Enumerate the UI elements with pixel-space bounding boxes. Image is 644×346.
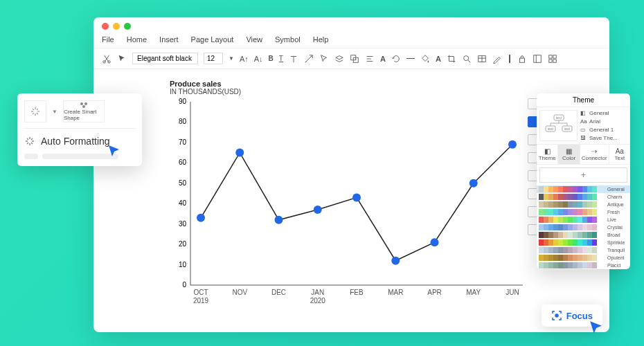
menu-help[interactable]: Help — [313, 35, 329, 44]
svg-point-26 — [275, 216, 283, 224]
svg-text:20: 20 — [179, 240, 187, 248]
tab-connector[interactable]: ⇢Connector — [580, 145, 609, 164]
text-color[interactable]: A — [380, 55, 386, 63]
svg-point-29 — [391, 257, 400, 265]
search-icon[interactable] — [462, 54, 472, 64]
fill-icon[interactable] — [420, 54, 430, 64]
table-icon[interactable] — [477, 54, 487, 64]
palette-opulent[interactable]: Opulent — [537, 254, 630, 262]
theme-panel-title: Theme — [537, 93, 630, 107]
svg-text:60: 60 — [179, 158, 187, 166]
create-smart-label: Create Smart Shape — [64, 109, 104, 121]
arrow-icon[interactable] — [304, 54, 314, 64]
pointer-icon[interactable] — [117, 54, 127, 64]
tab-color[interactable]: ▦Color — [558, 145, 580, 164]
theme-thumbnail: texttexttext — [539, 110, 578, 141]
svg-rect-9 — [553, 55, 556, 57]
grid-icon[interactable] — [548, 54, 557, 64]
tab-theme[interactable]: ◧Theme — [537, 145, 558, 164]
svg-text:text: text — [564, 127, 570, 131]
tab-text[interactable]: AaText — [609, 145, 630, 164]
palette-sprinkle[interactable]: Sprinkle — [537, 239, 630, 246]
palette-charm[interactable]: Charm — [537, 193, 630, 201]
crop-icon[interactable] — [447, 54, 456, 64]
rotate-icon[interactable] — [391, 54, 401, 64]
palette-fresh[interactable]: Fresh — [537, 208, 630, 216]
preview-item[interactable]: ◧General — [580, 110, 627, 116]
spark-icon-box[interactable] — [24, 100, 46, 122]
svg-point-50 — [80, 102, 83, 105]
menu-file[interactable]: File — [102, 35, 114, 44]
svg-text:30: 30 — [179, 220, 187, 228]
svg-text:APR: APR — [427, 289, 442, 296]
svg-text:NOV: NOV — [232, 289, 247, 296]
window-controls — [93, 17, 609, 35]
svg-point-52 — [82, 105, 85, 108]
svg-point-28 — [352, 193, 361, 201]
layers-icon[interactable] — [334, 54, 344, 64]
font-color-2[interactable]: A — [436, 55, 441, 63]
palette-placid[interactable]: Placid — [537, 262, 630, 269]
svg-point-24 — [197, 214, 205, 222]
text-icon[interactable] — [289, 54, 298, 64]
svg-rect-8 — [549, 55, 552, 57]
minimize-dot[interactable] — [113, 23, 120, 30]
palette-antique[interactable]: Antique — [537, 201, 630, 208]
select-icon[interactable] — [319, 54, 329, 64]
palette-general[interactable]: General — [537, 185, 630, 193]
cut-icon[interactable] — [102, 54, 111, 64]
palette-crystal[interactable]: Crystal — [537, 224, 630, 231]
menu-view[interactable]: View — [246, 35, 262, 44]
font-size[interactable] — [204, 53, 223, 64]
svg-text:0: 0 — [182, 281, 186, 289]
menu-home[interactable]: Home — [127, 35, 147, 44]
svg-text:text: text — [547, 127, 553, 131]
theme-preview: texttexttext ◧GeneralAaArial▭General 1🖫S… — [537, 107, 630, 145]
close-dot[interactable] — [102, 23, 109, 30]
pen-icon[interactable] — [492, 54, 502, 64]
underline[interactable]: T — [279, 55, 283, 62]
theme-preview-list: ◧GeneralAaArial▭General 1🖫Save The... — [580, 110, 627, 141]
svg-text:50: 50 — [179, 179, 187, 187]
bold[interactable]: B — [269, 55, 274, 62]
palette-broad[interactable]: Broad — [537, 231, 630, 239]
size-down[interactable]: A↓ — [254, 55, 263, 63]
svg-text:DEC: DEC — [271, 289, 286, 296]
group-icon[interactable] — [350, 54, 359, 64]
svg-text:80: 80 — [179, 118, 187, 125]
chart-plot: 0102030405060708090OCT2019NOVDECJAN2020F… — [170, 98, 530, 313]
palette-list: GeneralCharmAntiqueFreshLiveCrystalBroad… — [537, 185, 630, 269]
preview-item[interactable]: 🖫Save The... — [580, 135, 627, 141]
svg-point-51 — [84, 102, 87, 105]
maximize-dot[interactable] — [124, 23, 131, 30]
align-icon[interactable] — [365, 54, 375, 64]
svg-point-1 — [108, 60, 111, 63]
svg-rect-10 — [549, 59, 552, 62]
size-up[interactable]: A↑ — [240, 55, 249, 63]
svg-rect-7 — [534, 55, 542, 62]
svg-text:70: 70 — [179, 138, 187, 146]
svg-point-30 — [431, 238, 439, 246]
create-smart-shape-button[interactable]: Create Smart Shape — [63, 100, 105, 122]
svg-rect-11 — [553, 59, 556, 62]
menu-page-layout[interactable]: Page Layout — [191, 35, 234, 44]
add-palette-button[interactable]: + — [539, 167, 627, 183]
palette-tranquil[interactable]: Tranquil — [537, 246, 630, 254]
chart-subtitle: IN THOUSANDS(USD) — [170, 88, 530, 95]
font-select[interactable] — [132, 53, 198, 64]
svg-text:2020: 2020 — [310, 297, 326, 304]
menu-insert[interactable]: Insert — [159, 35, 179, 44]
svg-text:MAY: MAY — [466, 289, 481, 296]
preview-item[interactable]: AaArial — [580, 118, 627, 125]
svg-text:2019: 2019 — [193, 297, 209, 304]
layout-icon[interactable] — [533, 54, 542, 64]
menu-symbol[interactable]: Symbol — [275, 35, 301, 44]
svg-rect-6 — [519, 58, 524, 62]
preview-item[interactable]: ▭General 1 — [580, 127, 627, 133]
palette-live[interactable]: Live — [537, 216, 630, 224]
svg-point-4 — [463, 55, 468, 60]
lock-icon[interactable] — [517, 54, 527, 64]
svg-point-25 — [235, 149, 244, 157]
svg-point-0 — [103, 60, 106, 63]
svg-point-31 — [469, 179, 478, 188]
